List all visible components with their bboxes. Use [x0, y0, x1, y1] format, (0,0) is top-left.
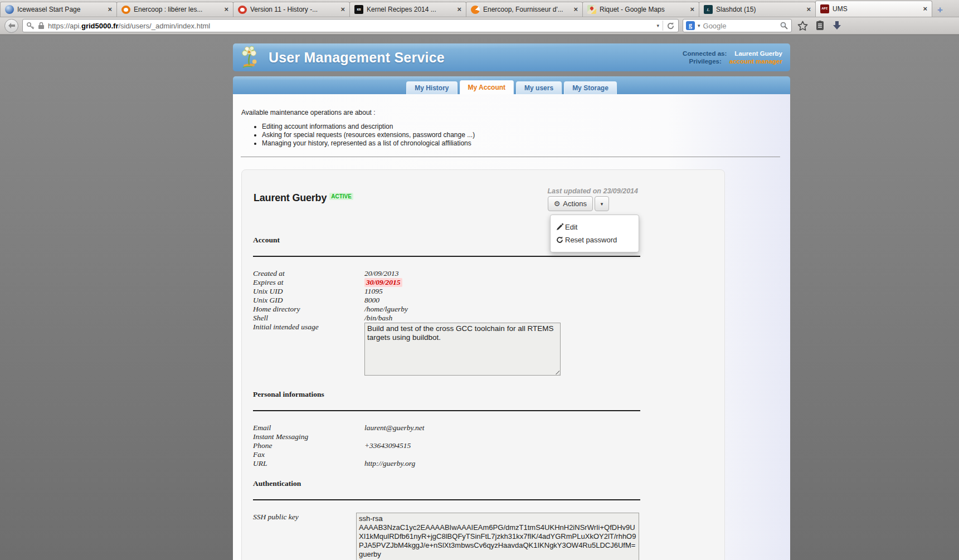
actions-button-label: Actions: [563, 199, 587, 208]
field-label: Expires at: [253, 278, 364, 287]
expiry-date-highlight: 30/09/2015: [364, 278, 402, 287]
reload-icon[interactable]: [666, 22, 675, 30]
urlbar-dropdown-icon[interactable]: ▾: [656, 23, 659, 28]
actions-dropdown-menu: Edit Reset password: [550, 215, 639, 252]
downloads-icon[interactable]: [830, 19, 844, 32]
bookmarks-list-icon[interactable]: [813, 19, 826, 32]
search-magnifier-icon[interactable]: [780, 21, 788, 30]
url-text: https://api.grid5000.fr/sid/users/_admin…: [48, 22, 653, 30]
field-label: Instant Messaging: [253, 432, 364, 441]
tab-title: Slashdot (15): [716, 6, 803, 13]
menu-item-edit[interactable]: Edit: [551, 221, 639, 233]
search-bar[interactable]: g ▾ Google: [683, 19, 792, 32]
google-maps-icon: [587, 5, 596, 14]
close-icon[interactable]: ×: [573, 7, 578, 12]
tab-title: UMS: [833, 5, 919, 13]
field-value: http://guerby.org: [364, 459, 640, 468]
field-value: +33643094515: [364, 441, 640, 450]
list-item: Asking for special requests (resources e…: [262, 131, 790, 139]
bookmark-star-icon[interactable]: [796, 19, 809, 32]
field-label: Fax: [253, 450, 364, 459]
user-name: Laurent Guerby: [254, 192, 327, 204]
page-title: User Management Service: [269, 50, 445, 66]
initial-usage-textarea[interactable]: Build and test of the cross GCC toolchai…: [364, 323, 561, 376]
main-nav: My History My Account My users My Storag…: [233, 76, 790, 94]
iceweasel-globe-icon: [5, 5, 14, 14]
tab-title: Riquet - Google Maps: [600, 6, 687, 13]
divider: [241, 157, 780, 157]
session-info: Connected as:Laurent Guerby Privileges:a…: [683, 50, 785, 65]
field-value: [364, 432, 640, 441]
tab-title: Iceweasel Start Page: [17, 6, 104, 13]
url-scheme: https://api.: [48, 22, 81, 30]
tab-my-users[interactable]: My users: [516, 81, 562, 94]
ssh-public-key-textarea[interactable]: ssh-rsa AAAAB3NzaC1yc2EAAAABIwAAAIEAm6PG…: [356, 513, 639, 560]
lock-icon: [38, 22, 45, 30]
url-domain: grid5000.fr: [81, 22, 118, 30]
field-label: SSH public key: [253, 513, 356, 560]
close-icon[interactable]: ×: [923, 6, 927, 12]
connected-as-label: Connected as:: [683, 50, 727, 57]
field-label: Initial intended usage: [253, 323, 364, 376]
field-value: 11095: [364, 287, 640, 296]
ums-api-icon: API: [820, 4, 829, 13]
web-page: User Management Service Connected as:Lau…: [0, 35, 959, 560]
page-content: Available maintenance operations are abo…: [233, 94, 790, 560]
field-value: 20/09/2013: [364, 269, 640, 278]
screen: Iceweasel Start Page × Enercoop : libére…: [0, 0, 959, 560]
browser-tab-slashdot[interactable]: /. Slashdot (15) ×: [699, 2, 816, 17]
url-path: /sid/users/_admin/index.html: [118, 22, 210, 30]
actions-button[interactable]: ⚙ Actions: [548, 196, 593, 211]
section-heading: Authentication: [253, 479, 640, 500]
field-row-phone: Phone +33643094515: [253, 441, 640, 450]
section-heading: Personal informations: [253, 390, 640, 411]
field-label: Shell: [253, 314, 364, 323]
field-row-fax: Fax: [253, 450, 640, 459]
user-card-header: Last updated on 23/09/2014 Laurent Guerb…: [253, 170, 640, 236]
ums-logo-icon: [238, 46, 262, 69]
browser-tab-enercoop-2[interactable]: Enercoop, Fournisseur d'... ×: [466, 2, 583, 17]
field-label: URL: [253, 459, 364, 468]
close-icon[interactable]: ×: [457, 7, 461, 12]
field-row-ssh-public-key: SSH public key ssh-rsa AAAAB3NzaC1yc2EAA…: [253, 513, 640, 560]
tab-my-storage[interactable]: My Storage: [564, 81, 617, 94]
key-icon: [26, 22, 35, 30]
field-label: Unix UID: [253, 287, 364, 296]
field-label: Phone: [253, 441, 364, 450]
field-row-unix-gid: Unix GID 8000: [253, 296, 640, 305]
close-icon[interactable]: ×: [806, 7, 811, 12]
actions-caret-button[interactable]: ▾: [595, 196, 609, 211]
browser-tab-kernel-recipes[interactable]: KR Kernel Recipes 2014 ... ×: [349, 2, 466, 17]
browser-tab-version-history[interactable]: Version 11 - History -... ×: [233, 2, 350, 17]
browser-tab-iceweasel[interactable]: Iceweasel Start Page ×: [0, 2, 117, 17]
url-bar[interactable]: https://api.grid5000.fr/sid/users/_admin…: [22, 19, 679, 32]
section-authentication: Authentication SSH public key ssh-rsa AA…: [253, 479, 640, 560]
field-value: [364, 450, 640, 459]
intro-text: Available maintenance operations are abo…: [241, 109, 790, 116]
close-icon[interactable]: ×: [690, 7, 694, 12]
tab-title: Enercoop, Fournisseur d'...: [483, 6, 570, 13]
refresh-icon: [556, 236, 563, 244]
menu-item-reset-password[interactable]: Reset password: [551, 233, 639, 246]
browser-tab-enercoop-1[interactable]: Enercoop : libérer les... ×: [116, 2, 233, 17]
close-icon[interactable]: ×: [108, 7, 112, 12]
field-row-home-directory: Home directory /home/lguerby: [253, 305, 640, 314]
browser-tab-ums-active[interactable]: API UMS ×: [815, 1, 932, 17]
search-engine-dropdown-icon[interactable]: ▾: [698, 23, 700, 28]
browser-tab-google-maps[interactable]: Riquet - Google Maps ×: [582, 2, 699, 17]
tab-title: Kernel Recipes 2014 ...: [367, 6, 454, 13]
pencil-icon: [556, 223, 563, 231]
tab-my-account[interactable]: My Account: [460, 80, 514, 94]
tab-my-history[interactable]: My History: [406, 81, 457, 94]
connected-as-value: Laurent Guerby: [734, 50, 782, 57]
list-item: Managing your history, represented as a …: [262, 139, 790, 147]
new-tab-button[interactable]: +: [932, 3, 948, 17]
field-row-instant-messaging: Instant Messaging: [253, 432, 640, 441]
enercoop-pac-icon: [471, 6, 480, 14]
search-input[interactable]: Google: [703, 22, 777, 30]
close-icon[interactable]: ×: [340, 7, 345, 12]
version-history-icon: [238, 6, 247, 14]
back-button[interactable]: [4, 19, 18, 33]
enercoop-ring-icon: [121, 6, 130, 14]
close-icon[interactable]: ×: [224, 7, 228, 12]
